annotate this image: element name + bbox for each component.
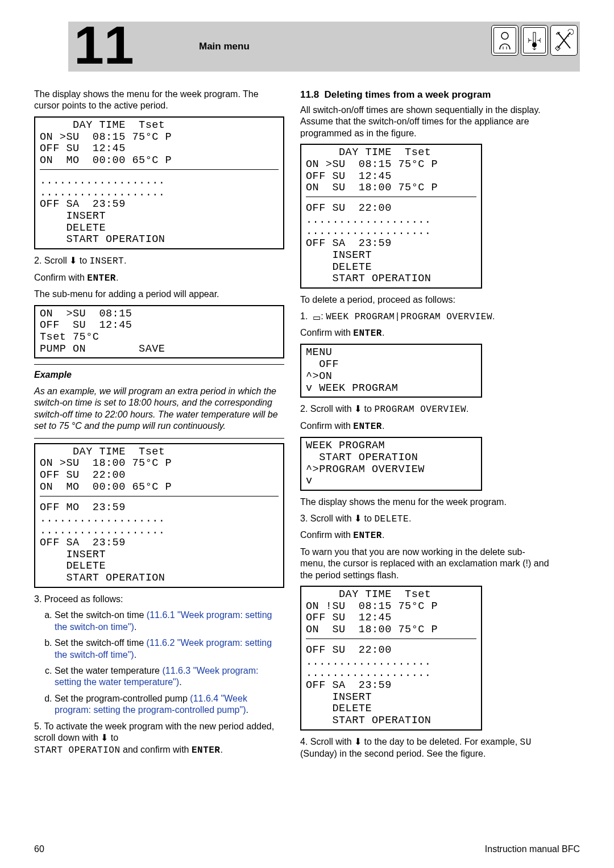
enter-keyword-5: ENTER	[353, 531, 382, 541]
step5-c: and confirm with	[121, 745, 192, 754]
svg-point-0	[501, 32, 508, 39]
su-keyword: SU	[520, 737, 532, 748]
down-arrow-icon-4: ⬇	[354, 514, 362, 523]
confirm-text-3: Confirm with	[300, 421, 353, 431]
substep-d-text: Set the program-controlled pump	[55, 694, 190, 703]
right-column: 11.8 Deleting times from a week program …	[300, 89, 550, 765]
substep-b-text: Set the switch-off time	[55, 638, 147, 648]
substep-b: Set the switch-off time (11.6.2 "Week pr…	[55, 637, 284, 661]
r-step1-colon: :	[321, 311, 326, 321]
example-body: As an example, we will program an extra …	[34, 386, 284, 432]
insert-keyword: INSERT	[89, 256, 124, 266]
down-arrow-icon: ⬇	[69, 256, 77, 265]
chapter-title: Main menu	[199, 41, 250, 52]
r-step4-c: (Sunday) in the second period. See the f…	[300, 749, 486, 758]
confirm-line-1: Confirm with ENTER.	[34, 272, 284, 284]
p2-text: The display shows the menu for the week …	[300, 496, 550, 508]
confirm-line-2: Confirm with ENTER.	[300, 327, 550, 339]
display-delete-1: DAY TIME Tset ON >SU 08:15 75°C P OFF SU…	[300, 144, 482, 289]
confirm-text-4: Confirm with	[300, 530, 353, 540]
program-overview-keyword: PROGRAM OVERVIEW	[374, 404, 466, 415]
r-step-2: 2. Scroll with ⬇ to PROGRAM OVERVIEW.	[300, 403, 550, 415]
step-3-heading: 3. Proceed as follows:	[34, 594, 284, 605]
page-number: 60	[34, 844, 44, 854]
left-column: The display shows the menu for the week …	[34, 89, 284, 765]
tools-icon	[550, 25, 578, 56]
substep-d: Set the program-controlled pump (11.6.4 …	[55, 693, 284, 716]
example-label: Example	[34, 370, 72, 379]
example-heading: Example	[34, 369, 284, 381]
display-add-period: ON >SU 08:15 OFF SU 12:45 Tset 75°C PUMP…	[34, 305, 284, 359]
r-step-1: 1. ▭: WEEK PROGRAM|PROGRAM OVERVIEW.	[300, 311, 550, 323]
svg-rect-3	[533, 32, 536, 43]
week-program-path: WEEK PROGRAM|PROGRAM OVERVIEW	[326, 312, 492, 322]
section-heading: 11.8 Deleting times from a week program	[300, 89, 550, 101]
thermometer-icon	[521, 25, 548, 56]
r-step4-b: to the day to be deleted. For example,	[362, 737, 520, 746]
display-delete-2: DAY TIME Tset ON !SU 08:15 75°C P OFF SU…	[300, 586, 482, 731]
menu-key-icon: ▭	[313, 312, 321, 323]
step2-text-c: .	[124, 256, 126, 265]
footer-right: Instruction manual BFC	[485, 844, 580, 854]
r-step3-a: 3. Scroll with	[300, 514, 354, 523]
section-title: Deleting times from a week program	[325, 89, 491, 100]
down-arrow-icon-5: ⬇	[354, 737, 362, 746]
to-delete-text: To delete a period, proceed as follows:	[300, 294, 550, 306]
step2-text-a: 2. Scroll	[34, 256, 69, 265]
confirm-text: Confirm with	[34, 273, 87, 282]
display-week-menu-2: DAY TIME Tset ON >SU 18:00 75°C P OFF SU…	[34, 443, 284, 588]
start-operation-keyword: START OPERATION	[34, 745, 121, 756]
confirm-line-3: Confirm with ENTER.	[300, 420, 550, 432]
warn-text: To warn you that you are now working in …	[300, 546, 550, 581]
separator-1	[34, 364, 284, 365]
sub-steps-list: Set the switch-on time (11.6.1 "Week pro…	[34, 610, 284, 716]
substep-a-text: Set the switch-on time	[55, 610, 147, 620]
enter-keyword-2: ENTER	[192, 745, 221, 756]
intro-text: The display shows the menu for the week …	[34, 89, 284, 112]
section-number: 11.8	[300, 89, 319, 100]
right-intro: All switch-on/off times are shown sequen…	[300, 105, 550, 139]
separator-2	[34, 438, 284, 439]
r-step4-a: 4. Scroll with	[300, 737, 354, 746]
svg-point-4	[532, 43, 537, 47]
display-main-menu: MENU OFF ^>ON v WEEK PROGRAM	[300, 344, 482, 398]
header-icons	[491, 25, 578, 56]
substep-c-text: Set the water temperature	[55, 666, 162, 675]
page-footer: 60 Instruction manual BFC	[34, 844, 580, 854]
chapter-number: 11	[74, 18, 134, 72]
enter-keyword-4: ENTER	[353, 422, 382, 432]
chapter-header: 11 Main menu	[68, 22, 580, 72]
down-arrow-icon-2: ⬇	[101, 733, 108, 742]
confirm-line-4: Confirm with ENTER.	[300, 529, 550, 541]
step5-b: to	[108, 733, 118, 742]
down-arrow-icon-3: ⬇	[354, 404, 362, 414]
r-step3-b: to	[362, 514, 374, 523]
substep-c: Set the water temperature (11.6.3 "Week …	[55, 665, 284, 688]
r-step-4: 4. Scroll with ⬇ to the day to be delete…	[300, 736, 550, 760]
substep-a: Set the switch-on time (11.6.1 "Week pro…	[55, 610, 284, 633]
r-step2-b: to	[362, 404, 374, 414]
step2-text-b: to	[77, 256, 89, 265]
step5-a: 5. To activate the week program with the…	[34, 721, 274, 742]
enter-keyword-3: ENTER	[353, 328, 382, 339]
submenu-text: The sub-menu for adding a period will ap…	[34, 289, 284, 300]
confirm-text-2: Confirm with	[300, 328, 353, 337]
step-2-line: 2. Scroll ⬇ to INSERT.	[34, 255, 284, 267]
r-step2-a: 2. Scroll with	[300, 404, 354, 414]
example-body-text: As an example, we will program an extra …	[34, 386, 278, 431]
display-week-menu-1: DAY TIME Tset ON >SU 08:15 75°C P OFF SU…	[34, 116, 284, 249]
display-week-program: WEEK PROGRAM START OPERATION ^>PROGRAM O…	[300, 437, 482, 491]
r-step-3: 3. Scroll with ⬇ to DELETE.	[300, 513, 550, 525]
delete-keyword: DELETE	[374, 514, 409, 524]
enter-keyword: ENTER	[87, 273, 116, 283]
step-5: 5. To activate the week program with the…	[34, 721, 284, 756]
user-icon	[491, 25, 518, 56]
